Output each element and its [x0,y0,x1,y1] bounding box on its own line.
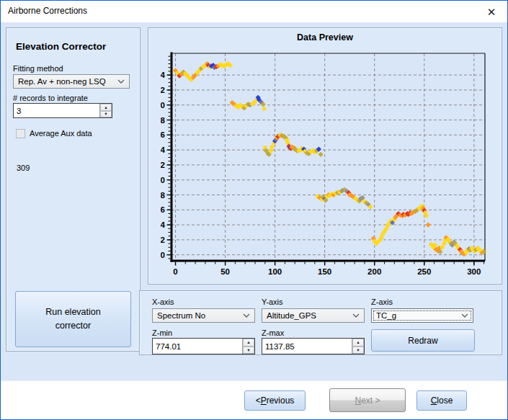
close-button[interactable]: Close [416,390,467,411]
svg-text:250: 250 [417,267,431,276]
fitting-method-combo[interactable]: Rep. Av + non-neg LSQ [13,74,130,89]
svg-text:118: 118 [161,116,166,125]
spinner-up-icon[interactable]: ▲ [100,104,112,111]
svg-text:104: 104 [161,220,166,229]
data-preview-panel: Data Preview 050100150200250300100102104… [148,27,502,285]
window-title: Airborne Corrections [8,6,87,16]
svg-text:100: 100 [268,267,282,276]
fitting-method-value: Rep. Av + non-neg LSQ [18,77,106,86]
svg-text:150: 150 [318,267,331,276]
chevron-down-icon [117,79,125,84]
previous-button-label: < [256,396,261,406]
axis-controls-panel: X-axis Spectrum No Y-axis Altitude_GPS Z… [139,290,502,355]
run-elevation-corrector-button[interactable]: Run elevation corrector [15,291,131,347]
x-axis-value: Spectrum No [157,311,205,320]
records-to-integrate-input[interactable] [14,104,99,117]
close-icon: ✕ [487,6,496,17]
svg-text:114: 114 [161,146,166,154]
svg-text:116: 116 [161,130,165,139]
previous-button[interactable]: < Previous [244,390,306,411]
svg-text:108: 108 [161,191,166,200]
svg-text:112: 112 [161,161,165,169]
svg-text:0: 0 [173,267,177,276]
redraw-button[interactable]: Redraw [371,329,475,352]
average-aux-label: Average Aux data [30,129,92,138]
footer: < Previous Next > Close [1,380,507,420]
svg-text:50: 50 [220,267,230,276]
chart-title: Data Preview [148,32,502,43]
average-aux-checkbox[interactable] [16,129,25,138]
svg-text:110: 110 [161,176,165,184]
records-to-integrate-label: # records to integrate [13,94,88,102]
z-max-label: Z-max [262,329,284,337]
x-axis-combo[interactable]: Spectrum No [152,308,255,323]
svg-text:300: 300 [467,267,481,276]
svg-text:100: 100 [161,251,165,259]
spinner-up-icon[interactable]: ▲ [352,339,364,347]
spinner-down-icon[interactable]: ▼ [243,347,254,354]
svg-text:102: 102 [161,236,165,244]
svg-text:122: 122 [161,86,165,94]
z-min-label: Z-min [152,329,172,337]
svg-text:124: 124 [161,71,166,79]
z-axis-combo[interactable]: TC_g [371,308,473,323]
chevron-down-icon [243,313,250,318]
y-axis-combo[interactable]: Altitude_GPS [262,308,365,323]
titlebar: Airborne Corrections ✕ [1,1,507,22]
spinner-up-icon[interactable]: ▲ [243,339,254,347]
z-max-input[interactable] [262,339,352,354]
z-min-spinner[interactable]: ▲ ▼ [152,338,255,354]
scatter-plot: 0501001502002503001001021041061081101121… [161,46,499,278]
dialog-client-area: Elevation Corrector Fitting method Rep. … [1,22,507,380]
y-axis-value: Altitude_GPS [267,311,316,320]
record-count: 309 [17,164,30,172]
chevron-down-icon [352,313,360,318]
spinner-down-icon[interactable]: ▼ [100,111,112,118]
airborne-corrections-dialog: Airborne Corrections ✕ Elevation Correct… [0,0,508,420]
y-axis-label: Y-axis [262,298,283,306]
window-close-button[interactable]: ✕ [476,1,507,22]
z-min-input[interactable] [153,339,242,354]
fitting-method-label: Fitting method [13,64,63,73]
next-button: Next > [329,388,406,412]
svg-text:200: 200 [367,267,381,276]
z-axis-label: Z-axis [371,298,393,306]
svg-text:120: 120 [161,101,165,110]
x-axis-label: X-axis [152,298,174,306]
z-max-spinner[interactable]: ▲ ▼ [262,338,365,354]
spinner-down-icon[interactable]: ▼ [352,347,364,354]
elevation-corrector-panel: Elevation Corrector Fitting method Rep. … [6,27,141,352]
elevation-corrector-heading: Elevation Corrector [16,41,106,52]
chevron-down-icon [461,313,468,318]
records-to-integrate-spinner[interactable]: ▲ ▼ [13,103,112,118]
z-axis-value: TC_g [376,311,396,320]
svg-text:106: 106 [161,205,165,214]
